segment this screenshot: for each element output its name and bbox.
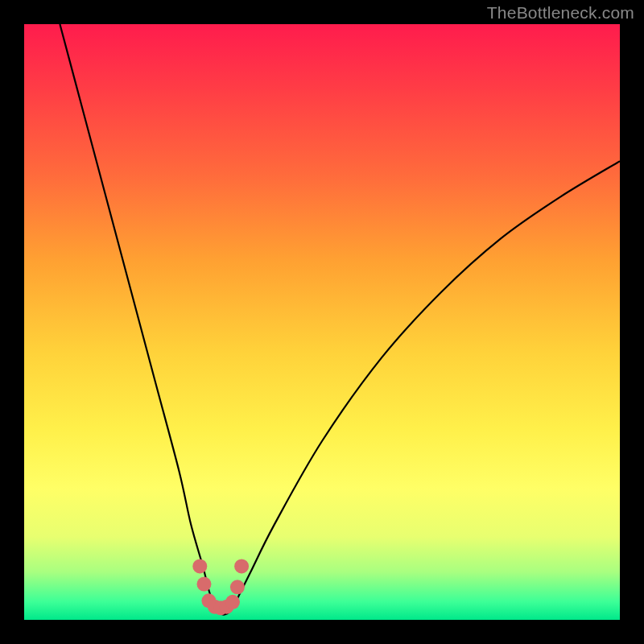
bottleneck-curve [60,24,620,615]
highlight-dot [230,580,245,594]
highlight-dot [196,577,211,592]
watermark-text: TheBottleneck.com [487,3,634,23]
highlight-dot [225,595,240,609]
highlight-dot [192,559,207,573]
plot-area [24,24,620,620]
curve-layer [24,24,620,620]
highlight-dots [192,559,249,615]
chart-frame: TheBottleneck.com [0,0,644,644]
highlight-dot [234,559,249,573]
